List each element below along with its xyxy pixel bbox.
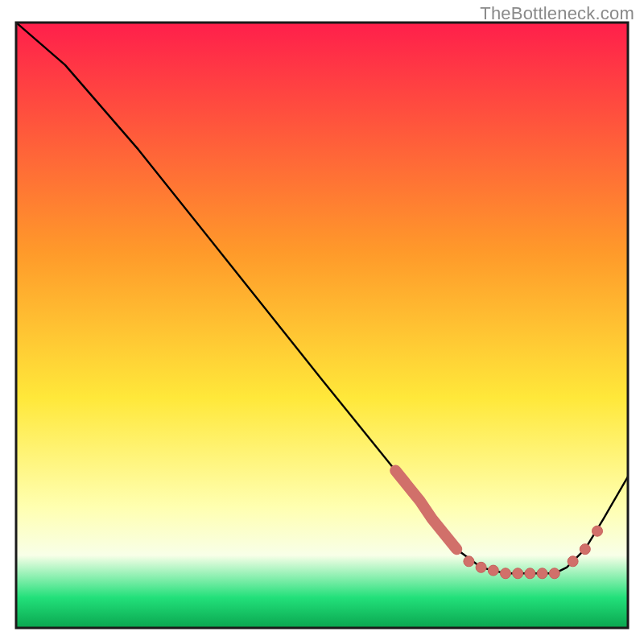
highlight-dot xyxy=(525,568,535,579)
chart-svg xyxy=(0,0,644,644)
highlight-dot xyxy=(513,568,523,579)
highlight-dot xyxy=(537,568,547,579)
chart-canvas: TheBottleneck.com xyxy=(0,0,644,644)
highlight-dot xyxy=(549,568,559,579)
highlight-dot xyxy=(568,556,578,567)
highlight-dot xyxy=(592,526,603,536)
highlight-dot xyxy=(488,565,498,576)
highlight-dot xyxy=(580,544,590,555)
highlight-dot xyxy=(501,568,511,579)
attribution-label: TheBottleneck.com xyxy=(480,3,634,24)
highlight-dot xyxy=(476,562,486,572)
highlight-dot xyxy=(464,556,474,567)
